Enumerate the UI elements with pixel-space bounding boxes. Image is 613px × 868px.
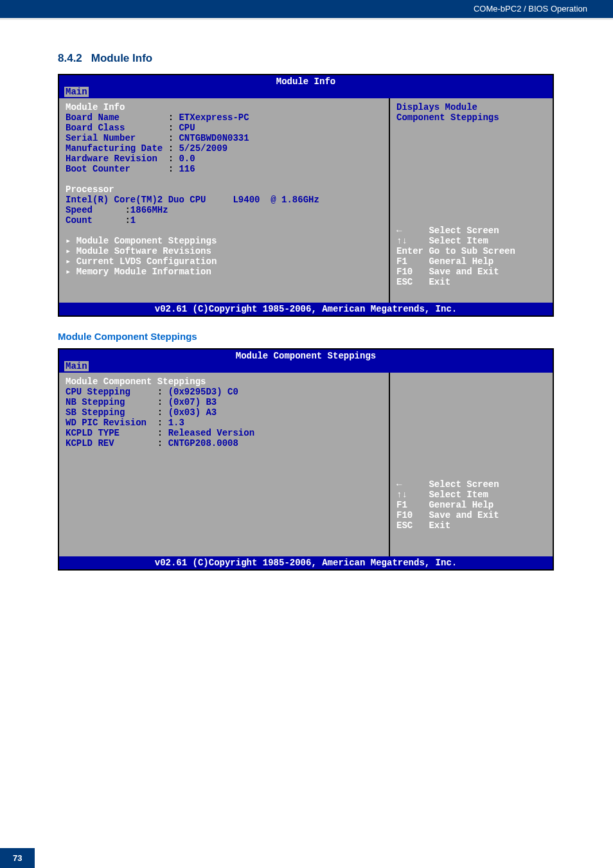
page-content: 8.4.2Module Info Module Info Main Module… [0,20,613,571]
nav-f1-key: F1 [396,256,407,267]
arrow-updown-icon: ↑↓ [396,490,407,500]
speed-value: 1866MHz [130,205,168,215]
nav-f1-label: General Help [429,500,493,510]
speed-label: Speed [66,205,93,215]
submenu-arrow-icon: ▸ [66,267,71,277]
bios-left-pane: Module Component Steppings CPU Stepping … [59,373,390,556]
count-label: Count [66,215,93,226]
serial-label: Serial Number [66,133,136,143]
section-title: Module Info [91,52,152,64]
cpu-stepping-label: CPU Stepping [66,387,130,397]
nav-select-item: Select Item [429,236,488,246]
bios-tab-main[interactable]: Main [64,87,89,97]
kcpld-type-label: KCPLD TYPE [66,428,120,438]
bios-footer: v02.61 (C)Copyright 1985-2006, American … [59,303,553,315]
nav-enter-key: Enter [396,246,423,256]
bios-title: Module Info [59,75,553,87]
wd-pic-label: WD PIC Revision [66,418,147,428]
nav-esc-key: ESC [396,520,413,531]
nb-stepping-value: (0x07) B3 [168,397,217,407]
submenu-lvds-config[interactable]: Current LVDS Configuration [76,256,217,267]
bios-screen-module-info: Module Info Main Module Info Board Name … [58,74,554,317]
section-heading: 8.4.2Module Info [58,52,568,65]
mfg-date-value: 5/25/2009 [179,143,227,154]
subsection-heading: Module Component Steppings [58,331,568,342]
board-class-label: Board Class [66,123,125,133]
hw-rev-value: 0.0 [179,154,195,164]
hw-rev-label: Hardware Revision [66,154,157,164]
cpu-name: Intel(R) Core(TM)2 Duo CPU L9400 @ 1.86G… [66,195,319,205]
submenu-software-revisions[interactable]: Module Software Revisions [76,246,211,256]
serial-value: CNTGBWD0N0331 [179,133,249,143]
bios-right-pane: ← Select Screen ↑↓ Select Item F1 Genera… [390,373,553,556]
kcpld-rev-value: CNTGP208.0008 [168,438,238,448]
submenu-arrow-icon: ▸ [66,256,71,267]
nav-f10-label: Save and Exit [429,510,499,520]
bios-body: Module Info Board Name : ETXexpress-PC B… [59,98,553,303]
bios-right-pane: Displays Module Component Steppings ← Se… [390,98,553,303]
nav-select-item: Select Item [429,490,488,500]
submenu-memory-info[interactable]: Memory Module Information [76,267,211,277]
nav-esc-key: ESC [396,277,413,287]
processor-heading: Processor [66,184,114,195]
bios-left-pane: Module Info Board Name : ETXexpress-PC B… [59,98,390,303]
sb-stepping-label: SB Stepping [66,407,125,418]
steppings-heading: Module Component Steppings [66,376,206,387]
nav-f1-label: General Help [429,256,493,267]
wd-pic-value: 1.3 [168,418,184,428]
bios-tab-main[interactable]: Main [64,361,89,371]
bios-tab-row: Main [59,361,553,373]
boot-counter-value: 116 [179,164,195,174]
page-number: 73 [0,848,35,868]
kcpld-rev-label: KCPLD REV [66,438,114,448]
count-value: 1 [130,215,136,226]
kcpld-type-value: Released Version [168,428,254,438]
nav-esc-label: Exit [429,277,450,287]
nav-enter-label: Go to Sub Screen [429,246,515,256]
submenu-component-steppings[interactable]: Module Component Steppings [76,236,217,246]
help-line-2: Component Steppings [396,112,499,123]
arrow-left-icon: ← [396,479,402,490]
nav-select-screen: Select Screen [429,226,499,236]
mfg-date-label: Manufacturing Date [66,143,163,154]
doc-header: COMe-bPC2 / BIOS Operation [0,0,613,18]
nav-f10-key: F10 [396,267,413,277]
help-line-1: Displays Module [396,102,477,112]
nb-stepping-label: NB Stepping [66,397,125,407]
nav-esc-label: Exit [429,520,450,531]
nav-select-screen: Select Screen [429,479,499,490]
bios-footer: v02.61 (C)Copyright 1985-2006, American … [59,556,553,569]
nav-f1-key: F1 [396,500,407,510]
board-name-value: ETXexpress-PC [179,112,249,123]
module-info-heading: Module Info [66,102,125,112]
arrow-left-icon: ← [396,226,402,236]
nav-f10-label: Save and Exit [429,267,499,277]
section-number: 8.4.2 [58,52,82,64]
nav-f10-key: F10 [396,510,413,520]
doc-header-label: COMe-bPC2 / BIOS Operation [474,4,587,13]
sb-stepping-value: (0x03) A3 [168,407,217,418]
bios-body: Module Component Steppings CPU Stepping … [59,373,553,556]
bios-tab-row: Main [59,87,553,98]
bios-screen-component-steppings: Module Component Steppings Main Module C… [58,348,554,571]
bios-title: Module Component Steppings [59,350,553,361]
cpu-stepping-value: (0x9295D3) C0 [168,387,238,397]
board-name-label: Board Name [66,112,120,123]
submenu-arrow-icon: ▸ [66,236,71,246]
boot-counter-label: Boot Counter [66,164,130,174]
submenu-arrow-icon: ▸ [66,246,71,256]
board-class-value: CPU [179,123,195,133]
arrow-updown-icon: ↑↓ [396,236,407,246]
